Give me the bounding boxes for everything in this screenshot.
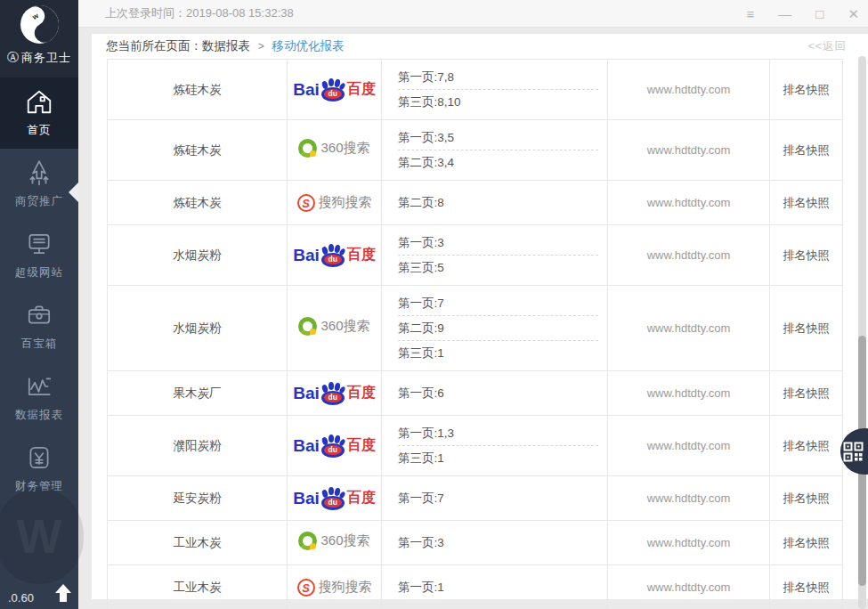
table-row: 水烟炭粉Baidu百度第一页:3第三页:5www.hdtdty.com排名快照: [108, 225, 843, 286]
rankings-cell: 第一页:7第二页:9第三页:1: [382, 286, 608, 371]
ranking-line: 第一页:3: [398, 231, 598, 256]
minimize-icon[interactable]: —: [778, 7, 791, 20]
breadcrumb-current-link[interactable]: 移动优化报表: [272, 39, 345, 53]
rankings-cell: 第一页:7: [382, 476, 608, 521]
website-icon: [25, 230, 53, 258]
topbar: 上次登录时间：2019-08-08 15:32:38 ≡ — □ ✕: [78, 0, 868, 28]
scroll-to-top-icon[interactable]: [54, 583, 72, 603]
baidu-logo: Baidu百度: [293, 434, 376, 458]
breadcrumb-separator-icon: >: [258, 40, 264, 53]
action-cell: 排名快照: [770, 476, 843, 521]
rankings-cell: 第一页:6: [382, 371, 608, 416]
baidu-paw-icon: du: [320, 244, 345, 267]
rankings-cell: 第一页:3,5第二页:3,4: [382, 120, 608, 181]
website-cell: www.hdtdty.com: [608, 120, 770, 181]
baidu-wordmark: Bai: [293, 436, 320, 456]
baidu-logo: Baidu百度: [293, 244, 376, 267]
menu-icon[interactable]: ≡: [747, 7, 755, 20]
ranking-line: 第一页:3,5: [398, 126, 598, 150]
baidu-paw-icon: du: [320, 78, 345, 102]
baidu-wordmark: Bai: [293, 80, 320, 100]
baidu-paw-icon: du: [320, 487, 345, 510]
snapshot-link[interactable]: 排名快照: [783, 581, 830, 594]
home-icon: [25, 87, 53, 116]
table-row: 炼硅木炭360搜索第一页:3,5第二页:3,4www.hdtdty.com排名快…: [108, 120, 843, 181]
360-wordmark: 360搜索: [320, 532, 369, 549]
sidebar-item-website[interactable]: 超级网站: [0, 220, 78, 291]
window-controls: ≡ — □ ✕: [747, 7, 868, 20]
ranking-line: 第三页:8,10: [398, 90, 598, 114]
snapshot-link[interactable]: 排名快照: [783, 321, 830, 335]
sogou-logo: S搜狗搜索: [297, 579, 372, 597]
sidebar-header: w Ⓐ商务卫士: [0, 0, 78, 77]
keyword-cell: 濮阳炭粉: [108, 416, 288, 476]
keyword-cell: 工业木炭: [108, 521, 288, 565]
ranking-line: 第一页:1: [398, 575, 598, 599]
maximize-icon[interactable]: □: [815, 7, 823, 20]
vertical-scrollbar-track[interactable]: [858, 56, 866, 609]
action-cell: 排名快照: [770, 120, 843, 181]
snapshot-link[interactable]: 排名快照: [783, 491, 830, 505]
engine-cell: 360搜索: [288, 120, 382, 181]
360-ring-icon: [298, 139, 317, 158]
table-row: 炼硅木炭S搜狗搜索第二页:8www.hdtdty.com排名快照: [108, 181, 843, 225]
so360-logo: 360搜索: [298, 317, 369, 336]
keyword-cell: 水烟炭粉: [108, 286, 288, 371]
website-cell: www.hdtdty.com: [608, 565, 770, 609]
table-row: 果木炭厂Baidu百度第一页:6www.hdtdty.com排名快照: [108, 371, 843, 416]
breadcrumb: <<返回 您当前所在页面：数据报表 > 移动优化报表: [92, 34, 868, 59]
ranking-line: 第一页:1,3: [398, 421, 598, 446]
website-cell: www.hdtdty.com: [608, 286, 770, 371]
brand-name: Ⓐ商务卫士: [0, 50, 78, 66]
ranking-line: 第二页:3,4: [398, 150, 598, 175]
ranking-table: 炼硅木炭Baidu百度第一页:7,8第三页:8,10www.hdtdty.com…: [107, 59, 843, 609]
keyword-cell: 炼硅木炭: [108, 181, 288, 225]
action-cell: 排名快照: [770, 181, 843, 225]
snapshot-link[interactable]: 排名快照: [783, 536, 830, 549]
ranking-line: 第二页:8: [398, 191, 598, 215]
sogou-s-icon: S: [297, 194, 315, 212]
keyword-cell: 水烟炭粉: [108, 225, 288, 286]
back-link[interactable]: <<返回: [807, 34, 847, 59]
engine-cell: S搜狗搜索: [288, 181, 382, 225]
snapshot-link[interactable]: 排名快照: [783, 386, 830, 400]
baidu-paw-icon: du: [320, 434, 345, 458]
baidu-logo: Baidu百度: [293, 78, 376, 102]
sidebar-item-home[interactable]: 首页: [0, 77, 78, 149]
so360-logo: 360搜索: [298, 532, 369, 550]
snapshot-link[interactable]: 排名快照: [783, 83, 830, 96]
snapshot-link[interactable]: 排名快照: [783, 196, 830, 209]
action-cell: 排名快照: [770, 521, 843, 565]
brand-badge-icon: Ⓐ: [7, 51, 20, 64]
engine-cell: Baidu百度: [288, 416, 382, 476]
sogou-wordmark: 搜狗搜索: [319, 579, 372, 596]
table-row: 工业木炭S搜狗搜索第一页:1www.hdtdty.com排名快照: [108, 565, 843, 609]
baidu-wordmark: Bai: [293, 246, 320, 265]
engine-cell: Baidu百度: [288, 371, 382, 416]
rank-table-body: 炼硅木炭Baidu百度第一页:7,8第三页:8,10www.hdtdty.com…: [108, 60, 843, 609]
website-cell: www.hdtdty.com: [608, 521, 770, 565]
close-icon[interactable]: ✕: [848, 7, 859, 20]
baidu-cn-wordmark: 百度: [347, 80, 376, 99]
ranking-line: 第三页:1: [398, 341, 598, 365]
sidebar: w Ⓐ商务卫士 首页 商贸推广: [0, 0, 78, 609]
keyword-cell: 炼硅木炭: [108, 60, 288, 120]
rankings-cell: 第一页:7,8第三页:8,10: [382, 60, 608, 120]
sidebar-item-toolbox[interactable]: 百宝箱: [0, 291, 78, 362]
sidebar-item-reports[interactable]: 数据报表: [0, 362, 78, 434]
ranking-line: 第二页:9: [398, 316, 598, 341]
sidebar-item-promotion[interactable]: 商贸推广: [0, 149, 78, 220]
baidu-cn-wordmark: 百度: [347, 246, 376, 264]
keyword-cell: 炼硅木炭: [108, 120, 288, 181]
ranking-line: 第三页:1: [398, 446, 598, 470]
website-cell: www.hdtdty.com: [608, 225, 770, 286]
snapshot-link[interactable]: 排名快照: [783, 143, 830, 157]
toolbox-icon: [25, 301, 53, 329]
snapshot-link[interactable]: 排名快照: [783, 439, 830, 452]
breadcrumb-prefix: 您当前所在页面：数据报表: [106, 39, 250, 53]
action-cell: 排名快照: [770, 286, 843, 371]
promotion-icon: [25, 158, 53, 187]
sogou-s-icon: S: [297, 579, 315, 597]
keyword-cell: 延安炭粉: [108, 476, 288, 521]
snapshot-link[interactable]: 排名快照: [783, 248, 830, 262]
